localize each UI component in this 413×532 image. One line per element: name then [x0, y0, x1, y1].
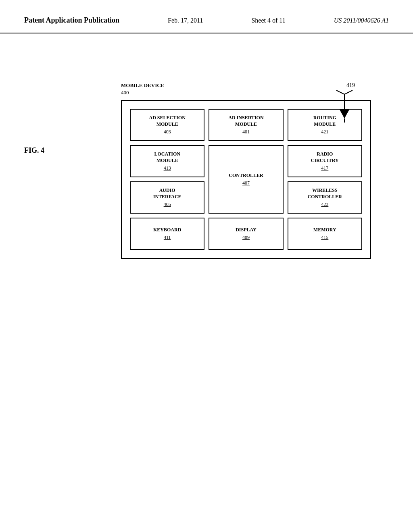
modules-grid: AD SELECTIONMODULE 403 AD INSERTIONMODUL… — [130, 109, 362, 250]
routing-number: 421 — [321, 129, 328, 135]
ad-insertion-number: 401 — [242, 129, 250, 135]
memory-module: MEMORY 415 — [288, 218, 362, 250]
audio-number: 405 — [164, 202, 171, 208]
display-module: DISPLAY 409 — [209, 218, 283, 250]
wireless-number: 423 — [321, 202, 328, 208]
svg-line-2 — [336, 90, 344, 94]
ad-insertion-module: AD INSERTIONMODULE 401 — [209, 109, 283, 141]
display-name: DISPLAY — [236, 227, 257, 233]
wireless-name: WIRELESSCONTROLLER — [308, 187, 342, 200]
page-header: Patent Application Publication Feb. 17, … — [0, 0, 413, 33]
date-label: Feb. 17, 2011 — [168, 17, 203, 24]
ad-selection-module: AD SELECTIONMODULE 403 — [130, 109, 204, 141]
radio-name: RADIOCIRCUITRY — [311, 151, 339, 164]
display-number: 409 — [242, 235, 250, 241]
mobile-device-box: AD SELECTIONMODULE 403 AD INSERTIONMODUL… — [121, 100, 371, 259]
memory-name: MEMORY — [313, 227, 336, 233]
location-number: 413 — [164, 165, 171, 171]
keyboard-number: 411 — [164, 235, 171, 241]
controller-number: 407 — [242, 180, 250, 186]
svg-line-3 — [344, 90, 353, 94]
patent-number: US 2011/0040626 A1 — [334, 17, 389, 24]
sheet-label: Sheet 4 of 11 — [251, 17, 285, 24]
keyboard-name: KEYBOARD — [153, 227, 181, 233]
audio-name: AUDIOINTERFACE — [153, 187, 181, 200]
memory-number: 415 — [321, 235, 328, 241]
location-module: LOCATIONMODULE 413 — [130, 145, 204, 177]
location-name: LOCATIONMODULE — [154, 151, 180, 164]
svg-marker-1 — [340, 110, 349, 118]
wireless-controller-module: WIRELESSCONTROLLER 423 — [288, 181, 362, 214]
radio-number: 417 — [321, 165, 328, 171]
antenna-icon — [332, 90, 357, 123]
radio-circuitry-module: RADIOCIRCUITRY 417 — [288, 145, 362, 177]
page-content: FIG. 4 419 MOBILE DEVICE 400 — [0, 33, 413, 275]
controller-name: CONTROLLER — [229, 172, 263, 179]
ad-selection-number: 403 — [164, 129, 171, 135]
publication-label: Patent Application Publication — [24, 16, 119, 25]
antenna-label: 419 — [346, 82, 355, 89]
keyboard-module: KEYBOARD 411 — [130, 218, 204, 250]
ad-selection-name: AD SELECTIONMODULE — [149, 115, 185, 127]
controller-module: CONTROLLER 407 — [209, 145, 283, 214]
audio-interface-module: AUDIOINTERFACE 405 — [130, 181, 204, 214]
ad-insertion-name: AD INSERTIONMODULE — [228, 115, 263, 127]
